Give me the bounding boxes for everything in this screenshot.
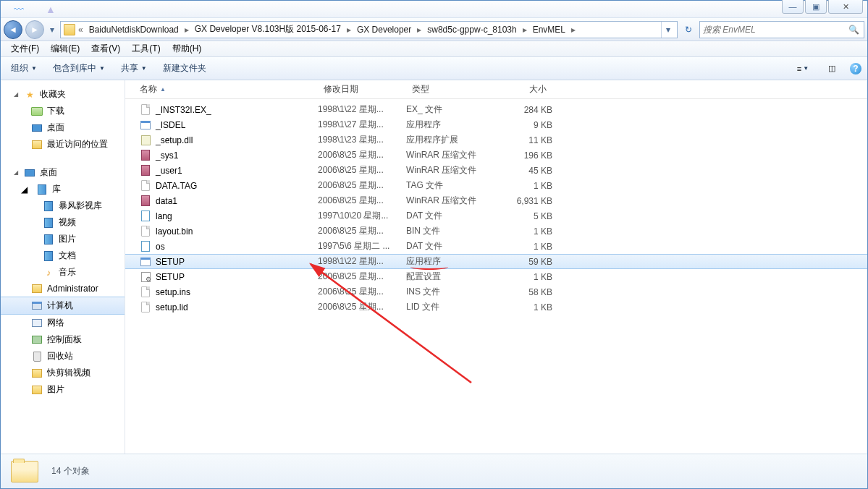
view-mode-button[interactable]: ≡▼ (792, 61, 814, 77)
nav-downloads[interactable]: 下载 (1, 103, 125, 119)
share-button[interactable]: 共享▼ (117, 59, 151, 77)
file-row[interactable]: SETUP2006\8\25 星期...配置设置1 KB (125, 269, 867, 284)
new-folder-button[interactable]: 新建文件夹 (159, 59, 211, 77)
nav-recent[interactable]: 最近访问的位置 (1, 136, 125, 153)
nav-favorites[interactable]: ◢★收藏夹 (1, 86, 125, 103)
computer-icon (31, 300, 43, 312)
minimize-button[interactable]: — (782, 0, 804, 14)
col-date[interactable]: 修改日期 (318, 80, 406, 98)
file-row[interactable]: layout.bin2006\8\25 星期...BIN 文件1 KB (125, 224, 867, 239)
file-size: 1 KB (490, 181, 552, 191)
file-row[interactable]: _INST32I.EX_1998\1\22 星期...EX_ 文件284 KB (125, 102, 867, 117)
nav-desktop[interactable]: ◢桌面 (1, 164, 125, 181)
nav-lib-pictures[interactable]: 图片 (1, 231, 125, 247)
file-size: 9 KB (490, 120, 552, 130)
file-name: _ISDEL (156, 120, 185, 130)
file-icon (140, 271, 151, 283)
documents-icon (43, 250, 54, 262)
search-input[interactable] (703, 25, 847, 35)
file-date: 2006\8\25 星期... (318, 195, 406, 207)
crumb-2[interactable]: GX Developer (354, 23, 414, 36)
crumb-overflow[interactable]: « (77, 25, 85, 35)
menu-help[interactable]: 帮助(H) (167, 41, 208, 56)
file-row[interactable]: data12006\8\25 星期...WinRAR 压缩文件6,931 KB (125, 193, 867, 208)
crumb-sep-icon[interactable]: ▸ (521, 25, 528, 35)
file-name: _setup.dll (156, 135, 193, 145)
help-icon[interactable]: ? (850, 63, 861, 75)
crumb-sep-icon[interactable]: ▸ (345, 25, 353, 35)
file-size: 196 KB (490, 150, 552, 161)
video-lib-icon (43, 200, 54, 212)
nav-lib-docs[interactable]: 文档 (1, 247, 125, 264)
nav-lib-music[interactable]: ♪音乐 (1, 264, 125, 281)
nav-computer[interactable]: 计算机 (1, 297, 125, 315)
body: ◢★收藏夹 下载 桌面 最近访问的位置 ◢桌面 ◢库 暴风影视库 视频 图片 文… (1, 80, 867, 454)
nav-desktop-fav[interactable]: 桌面 (1, 119, 125, 136)
forward-button[interactable]: ► (25, 20, 44, 39)
maximize-button[interactable]: ▣ (805, 0, 827, 14)
organize-button[interactable]: 组织▼ (7, 59, 41, 77)
col-size[interactable]: 大小 (490, 80, 552, 98)
menu-edit[interactable]: 编辑(E) (45, 41, 85, 56)
close-button[interactable]: ✕ (828, 0, 863, 14)
file-icon (140, 195, 151, 207)
file-row[interactable]: setup.ins2006\8\25 星期...INS 文件58 KB (125, 284, 867, 299)
recycle-icon (31, 351, 43, 362)
crumb-1[interactable]: GX Developer V8.103H版 2015-06-17 (192, 22, 344, 37)
file-list: _INST32I.EX_1998\1\22 星期...EX_ 文件284 KB_… (125, 99, 867, 454)
crumb-0[interactable]: BaiduNetdiskDownload (86, 23, 182, 36)
file-size: 59 KB (490, 257, 552, 267)
navigation-pane: ◢★收藏夹 下载 桌面 最近访问的位置 ◢桌面 ◢库 暴风影视库 视频 图片 文… (1, 80, 125, 454)
file-row[interactable]: setup.lid2006\8\25 星期...LID 文件1 KB (125, 299, 867, 315)
file-type: WinRAR 压缩文件 (406, 149, 490, 161)
nav-network[interactable]: 网络 (1, 315, 125, 331)
address-dropdown[interactable]: ▾ (661, 22, 674, 38)
back-button[interactable]: ◄ (4, 20, 22, 39)
status-text: 14 个对象 (51, 465, 90, 477)
explorer-window: 〰 ▲ — ▣ ✕ ◄ ► ▾ « BaiduNetdiskDownload ▸… (0, 0, 868, 489)
file-row[interactable]: os1997\5\6 星期二 ...DAT 文件1 KB (125, 239, 867, 254)
file-type: 配置设置 (406, 271, 490, 283)
file-icon (140, 211, 151, 222)
nav-history-dropdown[interactable]: ▾ (47, 22, 57, 37)
file-name: _INST32I.EX_ (156, 105, 211, 115)
file-type: 应用程序 (406, 119, 490, 131)
crumb-4[interactable]: EnvMEL (530, 23, 568, 36)
nav-lib-video[interactable]: 视频 (1, 214, 125, 231)
crumb-sep-icon[interactable]: ▸ (183, 25, 190, 35)
search-icon[interactable]: 🔍 (847, 25, 861, 35)
file-size: 1 KB (490, 272, 552, 282)
file-row[interactable]: _sys12006\8\25 星期...WinRAR 压缩文件196 KB (125, 148, 867, 163)
nav-libraries[interactable]: ◢库 (1, 181, 125, 197)
file-row[interactable]: _setup.dll1998\1\23 星期...应用程序扩展11 KB (125, 132, 867, 148)
nav-quickedit[interactable]: 快剪辑视频 (1, 365, 125, 381)
nav-lib-storm[interactable]: 暴风影视库 (1, 197, 125, 214)
file-icon (140, 241, 151, 252)
file-row[interactable]: _ISDEL1998\1\27 星期...应用程序9 KB (125, 117, 867, 132)
file-row[interactable]: DATA.TAG2006\8\25 星期...TAG 文件1 KB (125, 178, 867, 193)
file-row[interactable]: lang1997\10\20 星期...DAT 文件5 KB (125, 208, 867, 224)
include-library-button[interactable]: 包含到库中▼ (49, 59, 109, 77)
crumb-3[interactable]: sw8d5c-gppw-c_8103h (424, 23, 519, 36)
file-name: DATA.TAG (156, 181, 197, 191)
nav-recycle[interactable]: 回收站 (1, 348, 125, 365)
col-name[interactable]: 名称▲ (134, 80, 318, 98)
file-row[interactable]: _user12006\8\25 星期...WinRAR 压缩文件45 KB (125, 163, 867, 178)
nav-admin[interactable]: Administrator (1, 281, 125, 297)
menubar: 文件(F) 编辑(E) 查看(V) 工具(T) 帮助(H) (1, 41, 867, 57)
menu-file[interactable]: 文件(F) (5, 41, 45, 56)
search-field[interactable]: 🔍 (699, 21, 864, 38)
menu-view[interactable]: 查看(V) (85, 41, 126, 56)
preview-pane-button[interactable]: ◫ (821, 61, 843, 77)
nav-control-panel[interactable]: 控制面板 (1, 331, 125, 348)
menu-tools[interactable]: 工具(T) (126, 41, 166, 56)
nav-pictures-folder[interactable]: 图片 (1, 381, 125, 398)
toolbar: 组织▼ 包含到库中▼ 共享▼ 新建文件夹 ≡▼ ◫ ? (1, 57, 867, 80)
file-row[interactable]: SETUP1998\1\22 星期...应用程序59 KB (125, 254, 867, 269)
crumb-sep-icon[interactable]: ▸ (570, 25, 577, 35)
address-field[interactable]: « BaiduNetdiskDownload ▸ GX Developer V8… (60, 21, 678, 38)
refresh-button[interactable]: ↻ (681, 22, 696, 38)
col-type[interactable]: 类型 (406, 80, 490, 98)
crumb-sep-icon[interactable]: ▸ (416, 25, 423, 35)
titlebar[interactable]: 〰 ▲ — ▣ ✕ (1, 1, 867, 18)
